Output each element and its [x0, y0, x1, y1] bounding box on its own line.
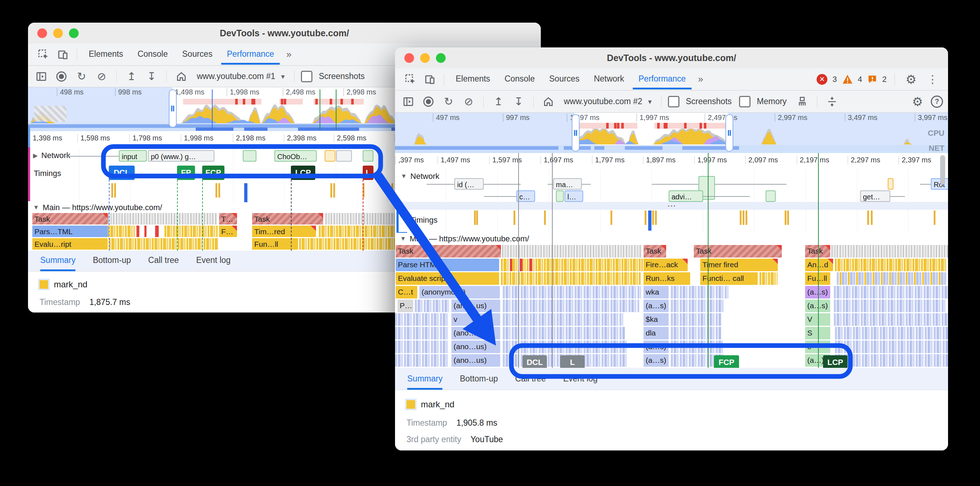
clear-icon[interactable]: ⊘	[93, 68, 110, 85]
issues-count[interactable]: 2	[882, 75, 887, 84]
warning-count[interactable]: 4	[858, 75, 862, 84]
load-profile-icon[interactable]: ↥	[490, 93, 507, 110]
collapse-icon[interactable]: ▼	[400, 235, 406, 242]
history-dropdown[interactable]: www.youtube.com #1	[197, 72, 275, 81]
network-request[interactable]: id (…	[454, 178, 484, 190]
flame-segment[interactable]: Task	[643, 245, 666, 258]
tab-sources[interactable]: Sources	[543, 69, 585, 89]
timing-marker-badge[interactable]: LCP	[291, 166, 315, 180]
flame-segment[interactable]: (ano…us)	[451, 341, 500, 353]
network-request[interactable]: input	[119, 150, 147, 162]
network-request[interactable]	[888, 178, 894, 190]
network-request[interactable]	[765, 190, 776, 202]
shrink-timeline-icon[interactable]	[824, 93, 840, 110]
tab-elements[interactable]: Elements	[450, 69, 496, 89]
more-tabs-icon[interactable]: »	[695, 73, 707, 85]
network-request[interactable]	[363, 150, 374, 162]
flame-segment[interactable]: Parse HTML	[395, 259, 499, 271]
tab-elements[interactable]: Elements	[83, 44, 129, 65]
flame-segment[interactable]: Tim…red	[251, 226, 316, 237]
main-thread-header[interactable]: ▼ Main — https://www.youtube.com/	[395, 233, 948, 245]
timing-marker-badge[interactable]: L	[363, 166, 374, 180]
flame-segment[interactable]	[136, 226, 139, 237]
network-request[interactable]: ChoOb…	[274, 150, 317, 162]
network-request[interactable]: l…	[565, 190, 583, 202]
history-dropdown[interactable]: www.youtube.com #2	[564, 97, 643, 106]
scrollbar-thumb[interactable]	[940, 155, 945, 185]
network-request[interactable]	[336, 150, 352, 162]
selection-handle-right[interactable]	[725, 114, 733, 151]
record-icon[interactable]	[53, 68, 70, 85]
reload-record-icon[interactable]: ↻	[440, 93, 457, 110]
selection-handle-left[interactable]	[169, 89, 177, 127]
flame-segment[interactable]: Fu…ll	[804, 272, 830, 285]
flame-segment[interactable]: Task	[32, 213, 108, 225]
more-tabs-icon[interactable]: »	[283, 49, 295, 60]
flame-segment[interactable]: dla	[643, 327, 669, 339]
close-button[interactable]	[404, 53, 414, 63]
minimize-button[interactable]	[420, 53, 430, 63]
tab-console[interactable]: Console	[132, 44, 173, 65]
flame-segment[interactable]	[154, 226, 159, 237]
network-request[interactable]: p0 (www.) g…	[148, 150, 215, 162]
reload-record-icon[interactable]: ↻	[73, 68, 90, 85]
clear-icon[interactable]: ⊘	[460, 93, 477, 110]
flame-segment[interactable]	[519, 259, 522, 271]
flame-segment[interactable]: (a…s)	[804, 286, 830, 298]
tab-performance[interactable]: Performance	[633, 69, 692, 89]
flame-segment[interactable]: Pars…TML	[32, 226, 108, 237]
home-icon[interactable]	[173, 68, 189, 85]
tab-console[interactable]: Console	[499, 69, 541, 89]
tab-call-tree[interactable]: Call tree	[148, 255, 179, 271]
tab-network[interactable]: Network	[588, 69, 630, 89]
maximize-button[interactable]	[436, 53, 445, 63]
warning-icon[interactable]	[842, 74, 853, 84]
maximize-button[interactable]	[69, 29, 79, 38]
flame-segment[interactable]: C…t	[395, 286, 417, 298]
flame-segment[interactable]: S	[804, 327, 830, 339]
flame-segment[interactable]: Task	[804, 245, 830, 258]
flame-segment[interactable]: e	[804, 341, 830, 353]
help-icon[interactable]: ?	[931, 96, 943, 108]
network-request[interactable]: advi…	[669, 190, 703, 202]
tab-summary[interactable]: Summary	[40, 255, 75, 271]
error-count[interactable]: 3	[832, 75, 837, 84]
tab-call-tree[interactable]: Call tree	[515, 374, 546, 390]
tab-performance[interactable]: Performance	[221, 44, 280, 65]
flame-segment[interactable]: T…	[218, 213, 237, 225]
timeline-overview[interactable]: 497 ms997 ms1,497 ms1,997 ms2,497 ms2,99…	[395, 113, 948, 153]
flame-segment[interactable]: (a…s)	[804, 300, 830, 312]
flame-segment[interactable]: (a…s)	[643, 300, 669, 312]
flame-segment[interactable]: Evalu…ript	[32, 238, 108, 250]
flame-segment[interactable]: Task	[395, 245, 501, 258]
flame-segment[interactable]: (a…s)	[643, 341, 669, 353]
kebab-menu-icon[interactable]: ⋮	[924, 71, 941, 88]
inspect-icon[interactable]	[402, 71, 419, 88]
timing-marker-badge[interactable]: FP	[177, 166, 195, 180]
chevron-down-icon[interactable]: ▾	[648, 97, 652, 106]
gear-icon[interactable]: ⚙	[909, 93, 926, 110]
track-resizer[interactable]: ⋯	[395, 202, 948, 210]
flame-segment[interactable]: Task	[693, 245, 782, 258]
tab-bottom-up[interactable]: Bottom-up	[93, 255, 131, 271]
tab-summary[interactable]: Summary	[407, 374, 442, 390]
device-toolbar-icon[interactable]	[54, 46, 71, 63]
selection-handle-left[interactable]	[572, 114, 580, 151]
flame-segment[interactable]: $ka	[643, 313, 669, 326]
timing-marker-badge[interactable]: FCP	[202, 166, 224, 180]
toggle-sidebar-icon[interactable]	[400, 93, 417, 110]
device-toolbar-icon[interactable]	[422, 71, 438, 88]
network-request[interactable]: ma…	[553, 178, 582, 190]
flame-segment[interactable]: P…	[397, 300, 413, 312]
timing-marker-badge[interactable]: DCL	[522, 355, 547, 370]
flame-segment[interactable]	[144, 226, 146, 237]
timing-marker-badge[interactable]: DCL	[109, 166, 135, 180]
record-icon[interactable]	[420, 93, 437, 110]
flame-segment[interactable]: (anonymous)	[419, 286, 500, 298]
flame-segment[interactable]: (ano…us)	[451, 327, 500, 339]
screenshots-checkbox[interactable]	[301, 71, 312, 82]
tab-event-log[interactable]: Event log	[196, 255, 231, 271]
flame-segment[interactable]: Task	[251, 213, 323, 225]
network-request[interactable]: get…	[860, 190, 890, 202]
network-request[interactable]: Rot	[931, 178, 948, 190]
